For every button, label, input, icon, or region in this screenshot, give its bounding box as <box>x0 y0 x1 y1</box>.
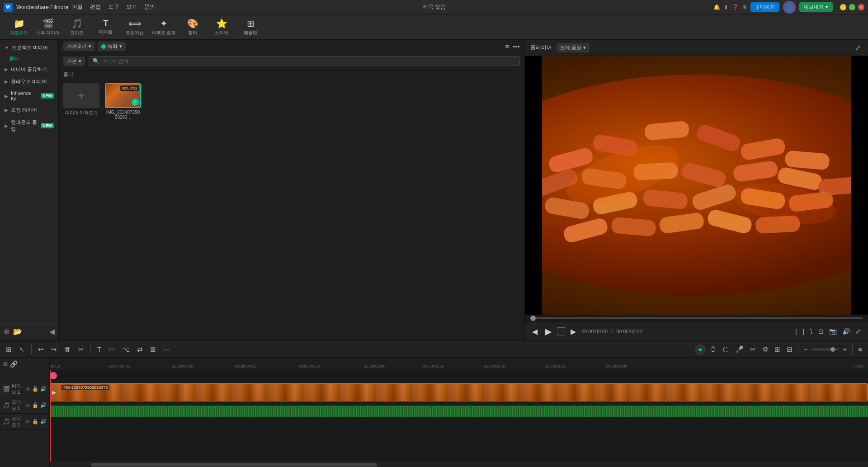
timeline-delete-button[interactable]: 🗑 <box>62 344 73 354</box>
recording-dropdown[interactable]: 녹화 ▾ <box>98 42 126 51</box>
mask-button[interactable]: ⬡ <box>721 344 731 355</box>
media-video-item[interactable]: 00:00:02 ✓ IMG_20240725000293... <box>105 83 141 120</box>
sync-track-icon[interactable]: 🔗 <box>10 360 18 368</box>
multicam-button[interactable]: ⊞ <box>772 344 783 355</box>
audio1-track-vol[interactable]: 🔊 <box>40 402 47 408</box>
timeline-ripple-button[interactable]: ⇄ <box>135 344 145 355</box>
sort-dropdown[interactable]: 기본 ▾ <box>63 57 85 66</box>
video-track-vol[interactable]: 🔊 <box>40 386 47 392</box>
sidebar-item-influence-kit[interactable]: ▶ Influence Kit NEW <box>0 88 58 104</box>
add-media-item[interactable]: + 미디어 가져오기 <box>63 83 99 120</box>
preview-playhead[interactable] <box>530 316 536 321</box>
timeline-more-button[interactable]: ⋯ <box>161 344 172 355</box>
voice-button[interactable]: 🎤 <box>733 344 746 355</box>
zoom-handle[interactable] <box>830 347 835 352</box>
timeline-redo-button[interactable]: ↪ <box>49 344 59 355</box>
audio1-track-lock[interactable]: 🔓 <box>32 402 38 408</box>
sidebar-item-folder[interactable]: 폴더 <box>0 54 58 63</box>
menu-help[interactable]: 문의 <box>144 3 155 11</box>
next-frame-button[interactable]: ▶ <box>569 326 578 337</box>
media-more-button[interactable]: ••• <box>513 42 520 50</box>
menu-view[interactable]: 보기 <box>126 3 137 11</box>
audio2-track-eye[interactable]: 👁 <box>25 419 30 425</box>
video-thumb[interactable]: 00:00:02 ✓ <box>105 83 141 108</box>
fullscreen-button[interactable]: ⤢ <box>853 42 863 53</box>
video-track-eye[interactable]: 👁 <box>25 387 30 392</box>
zoom-in-button[interactable]: + <box>840 344 849 354</box>
maximize-button[interactable]: □ <box>849 4 855 10</box>
sidebar-item-compound-clip[interactable]: ▶ 컴파운드 클립 NEW <box>0 116 58 135</box>
sidebar-collapse-icon[interactable]: ◀ <box>49 327 55 336</box>
scrollbar-thumb[interactable] <box>91 463 377 467</box>
user-avatar[interactable]: 👤 <box>783 1 796 14</box>
timeline-rect-button[interactable]: ▭ <box>106 344 117 355</box>
close-button[interactable]: × <box>858 4 864 10</box>
import-dropdown[interactable]: 가져오기 ▾ <box>63 42 95 51</box>
audio2-track-vol[interactable]: 🔊 <box>40 419 47 425</box>
zoom-out-button[interactable]: − <box>802 344 810 354</box>
sidebar-item-adjust-layer[interactable]: ▶ 조정 레이어 <box>0 104 58 116</box>
mark-in-button[interactable]: [ <box>793 327 799 336</box>
timeline-undo-button[interactable]: ↩ <box>36 344 46 355</box>
crop-button[interactable]: ⊡ <box>816 327 826 336</box>
sidebar-folder-icon[interactable]: 📂 <box>13 327 22 336</box>
toolbar-effects[interactable]: ✦ 이펙트 효과 <box>150 16 177 38</box>
toolbar-file-add[interactable]: 📁 파일추가 <box>5 16 33 38</box>
zoom-bar[interactable] <box>811 349 839 350</box>
search-box[interactable]: 🔍 <box>89 56 520 66</box>
sidebar-add-icon[interactable]: ⊕ <box>4 327 9 336</box>
mark-out-button[interactable]: ] <box>801 327 806 336</box>
sidebar-item-media-share[interactable]: ▶ 미디어 공유하기 <box>0 63 58 75</box>
add-track-icon[interactable]: ⊕ <box>3 360 8 368</box>
video-clip[interactable]: ▶ IMG-20240725000293T0 <box>50 383 868 401</box>
menu-file[interactable]: 파일 <box>72 3 83 11</box>
snapshot-button[interactable]: 📷 <box>827 327 839 336</box>
add-media-thumb[interactable]: + <box>63 83 99 108</box>
apps-icon[interactable]: ⊞ <box>742 4 747 10</box>
media-filter-button[interactable]: ≡ <box>505 42 509 50</box>
notification-icon[interactable]: 🔔 <box>713 4 720 10</box>
toolbar-sticker[interactable]: ⭐ 스티커 <box>208 16 235 38</box>
toolbar-template[interactable]: ⊞ 템플릿 <box>237 16 264 38</box>
timeline-multi-button[interactable]: ⊠ <box>148 344 158 355</box>
add-to-timeline-button[interactable]: ⤵ <box>808 327 815 336</box>
prev-frame-button[interactable]: ◀ <box>530 326 539 337</box>
speed-button[interactable]: ⏱ <box>708 344 719 354</box>
timeline-cut-button[interactable]: ✂ <box>76 344 86 355</box>
menu-edit[interactable]: 편집 <box>90 3 101 11</box>
volume-button[interactable]: 🔊 <box>840 327 852 336</box>
timeline-playhead[interactable] <box>50 370 51 462</box>
download-icon[interactable]: ⬇ <box>724 4 728 10</box>
stabilize-button[interactable]: ⚙ <box>760 344 770 355</box>
toolbar-audio[interactable]: 🎵 오디오 <box>63 16 90 38</box>
cut2-button[interactable]: ✂ <box>748 344 758 355</box>
quality-dropdown[interactable]: 전체 품질 ▾ <box>557 43 590 52</box>
menu-tools[interactable]: 도구 <box>108 3 119 11</box>
toolbar-titles[interactable]: T 타이틀 <box>92 16 119 38</box>
play-button[interactable]: ▶ <box>543 325 553 338</box>
audio-clip[interactable] <box>50 406 868 417</box>
subscribe-button[interactable]: 구매하기 <box>750 2 779 12</box>
stop-button[interactable] <box>557 327 565 335</box>
timeline-select-button[interactable]: ↖ <box>17 344 27 355</box>
fullscreen-preview-button[interactable]: ⤢ <box>854 327 863 336</box>
export-button[interactable]: 내보내기 ▾ <box>799 2 833 12</box>
audio2-track-lock[interactable]: 🔓 <box>32 419 38 425</box>
search-input[interactable] <box>102 58 516 64</box>
split-button[interactable]: ⊟ <box>784 344 795 355</box>
toolbar-transition[interactable]: ⟺ 트렌지션 <box>121 16 148 38</box>
preview-timeline-bar[interactable] <box>530 317 863 319</box>
record-button[interactable]: ● <box>695 344 706 355</box>
timeline-layout-button[interactable]: ⊞ <box>4 344 14 355</box>
toolbar-stock-media[interactable]: 🎬 스톡 미디어 <box>34 16 61 38</box>
timeline-text-button[interactable]: T <box>95 344 104 354</box>
timeline-list-button[interactable]: ≡ <box>856 344 864 354</box>
timeline-connect-button[interactable]: ⌥ <box>120 344 132 355</box>
timeline-scrollbar[interactable] <box>50 462 868 467</box>
sidebar-item-cloud-media[interactable]: ▶ 클라우드 미디어 <box>0 75 58 88</box>
question-icon[interactable]: ❓ <box>732 4 739 10</box>
audio1-track-eye[interactable]: 👁 <box>25 403 30 408</box>
minimize-button[interactable]: − <box>840 4 846 10</box>
toolbar-filter[interactable]: 🎨 필터 <box>179 16 206 38</box>
video-track-lock[interactable]: 🔓 <box>32 386 38 392</box>
